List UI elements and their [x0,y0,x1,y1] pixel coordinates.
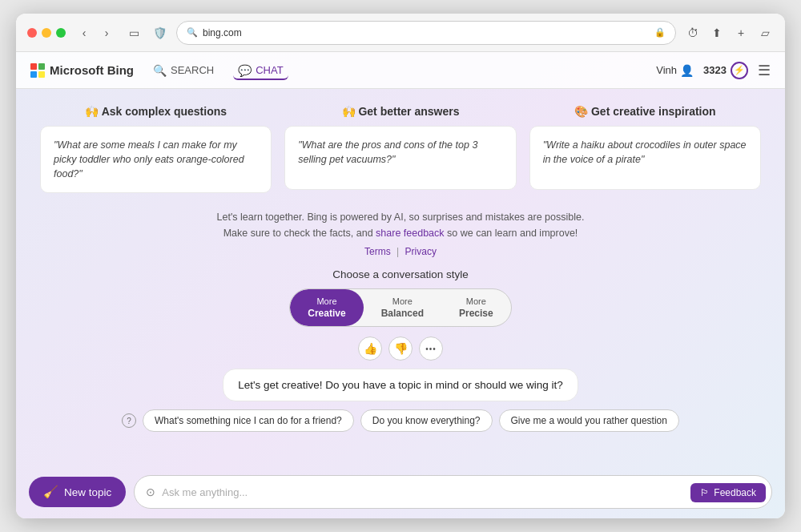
nav-search[interactable]: 🔍 SEARCH [148,61,219,80]
feature-quote-2: "What are the pros and cons of the top 3… [298,139,477,165]
help-icon[interactable]: ? [122,413,136,428]
logo-red [30,63,37,70]
maximize-button[interactable] [56,28,66,38]
nav-chat[interactable]: 💬 CHAT [233,61,288,80]
feature-card-1[interactable]: "What are some meals I can make for my p… [40,126,272,193]
feedback-label: Feedback [714,487,756,498]
conv-btn-precise[interactable]: More Precise [441,289,511,326]
back-button[interactable]: ‹ [74,22,95,43]
chat-icon: 💬 [238,64,252,77]
broom-icon: 🧹 [43,485,58,499]
title-bar: ‹ › ▭ 🛡️ 🔍 bing.com 🔒 ⏱ ⬆ + ▱ [16,14,785,52]
history-icon[interactable]: ⏱ [684,24,702,42]
feature-card-3[interactable]: "Write a haiku about crocodiles in outer… [529,126,761,190]
feature-icon-2: 🙌 [342,105,356,118]
pipe-divider: | [396,246,399,257]
feature-title-3: 🎨 Get creative inspiration [529,105,761,118]
input-search-icon: ⊙ [146,486,155,498]
info-links: Terms | Privacy [40,246,761,257]
feature-title-1: 🙌 Ask complex questions [40,105,272,118]
close-button[interactable] [27,28,37,38]
new-topic-label: New topic [64,486,111,498]
lock-icon: 🔒 [654,27,666,38]
extensions-icon[interactable]: ▱ [756,24,774,42]
thumbs-down-button[interactable]: 👎 [388,337,413,361]
feedback-icon: 🏳 [700,487,710,498]
app-chrome: Microsoft Bing 🔍 SEARCH 💬 CHAT Vinh 👤 [16,52,785,518]
address-bar[interactable]: 🔍 bing.com 🔒 [176,21,676,45]
conv-style-title: Choose a conversation style [40,268,761,280]
nav-arrows: ‹ › [74,22,117,43]
info-section: Let's learn together. Bing is powered by… [40,209,761,257]
chat-input[interactable] [162,486,731,498]
points-value: 3323 [703,64,727,76]
points-area[interactable]: 3323 ⚡ [703,62,748,79]
feature-column-1: 🙌 Ask complex questions "What are some m… [40,105,272,193]
new-topic-button[interactable]: 🧹 New topic [29,477,126,507]
feature-column-2: 🙌 Get better answers "What are the pros … [284,105,516,193]
minimize-button[interactable] [42,28,51,38]
terms-link[interactable]: Terms [364,246,391,257]
search-label: SEARCH [171,64,214,76]
ai-message: Let's get creative! Do you have a topic … [223,369,578,401]
forward-button[interactable]: › [96,22,117,43]
nav-bar: Microsoft Bing 🔍 SEARCH 💬 CHAT Vinh 👤 [16,52,785,89]
add-tab-icon[interactable]: + [732,24,750,42]
user-name[interactable]: Vinh 👤 [656,64,694,77]
logo-green [38,63,45,70]
input-bar[interactable]: ⊙ 🎤 [134,475,772,509]
feature-quote-3: "Write a haiku about crocodiles in outer… [543,139,747,165]
sidebar-icon[interactable]: ▭ [125,24,143,42]
points-badge: ⚡ [731,62,748,79]
logo-blue [30,71,37,78]
bottom-bar: 🧹 New topic ⊙ 🎤 [16,469,785,518]
conversation-style-section: Choose a conversation style More Creativ… [40,268,761,327]
logo-yellow [38,71,45,78]
address-text: bing.com [203,27,650,38]
menu-icon[interactable]: ☰ [758,62,771,79]
main-content: 🙌 Ask complex questions "What are some m… [16,89,785,469]
app-wrapper: Microsoft Bing 🔍 SEARCH 💬 CHAT Vinh 👤 [16,52,785,518]
username-text: Vinh [656,64,677,76]
right-toolbar: ⏱ ⬆ + ▱ [684,24,774,42]
user-area: Vinh 👤 3323 ⚡ ☰ [656,62,771,79]
conv-btn-balanced[interactable]: More Balanced [364,289,441,326]
search-nav-icon: 🔍 [153,64,167,77]
chip-2[interactable]: Do you know everything? [360,409,493,432]
feature-column-3: 🎨 Get creative inspiration "Write a haik… [529,105,761,193]
feature-icon-3: 🎨 [574,105,588,118]
conv-style-buttons: More Creative More Balanced More Precise [289,288,511,327]
microsoft-logo [30,63,45,78]
feedback-widget[interactable]: 🏳 Feedback [690,483,766,502]
feature-quote-1: "What are some meals I can make for my p… [54,139,244,179]
share-icon[interactable]: ⬆ [708,24,726,42]
search-icon: 🔍 [187,27,198,38]
chat-label: CHAT [256,64,283,76]
feature-title-2: 🙌 Get better answers [284,105,516,118]
brand-name: Microsoft Bing [50,63,134,77]
chip-3[interactable]: Give me a would you rather question [499,409,679,432]
feature-icon-1: 🙌 [85,105,99,118]
brand-logo-area: Microsoft Bing [30,63,134,78]
share-feedback-link[interactable]: share feedback [376,228,444,239]
feature-cards: 🙌 Ask complex questions "What are some m… [40,105,761,193]
traffic-lights [27,28,66,38]
feature-card-2[interactable]: "What are the pros and cons of the top 3… [284,126,516,190]
shield-icon: 🛡️ [151,24,168,42]
thumbs-up-button[interactable]: 👍 [358,337,382,361]
info-text: Let's learn together. Bing is powered by… [208,209,593,241]
suggestion-chips: ? What's something nice I can do for a f… [40,409,761,432]
chip-1[interactable]: What's something nice I can do for a fri… [143,409,354,432]
more-options-button[interactable]: ••• [419,337,443,361]
info-text-after: so we can learn and improve! [445,228,578,239]
feedback-icons: 👍 👎 ••• [40,337,761,361]
privacy-link[interactable]: Privacy [405,246,437,257]
user-profile-icon: 👤 [680,64,694,77]
conv-btn-creative[interactable]: More Creative [290,289,363,326]
